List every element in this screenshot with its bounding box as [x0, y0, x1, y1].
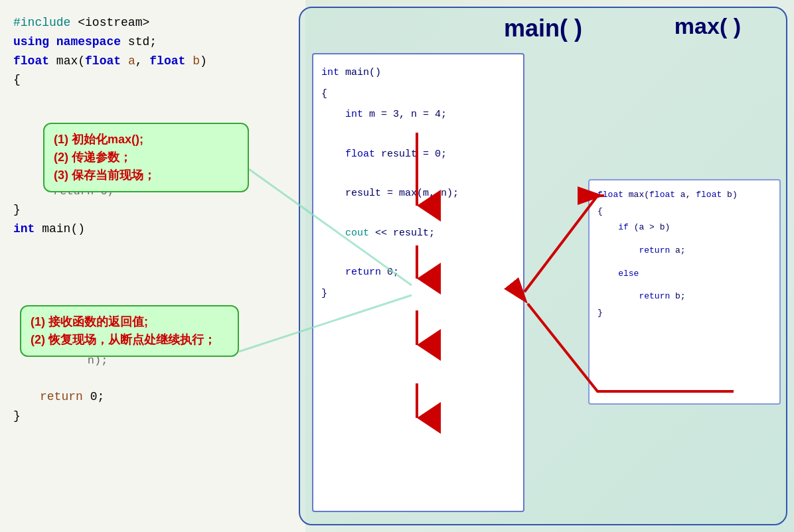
- max-code-line-3: if (a > b): [597, 220, 771, 236]
- tooltip2-line1: (1) 接收函数的返回值;: [31, 313, 228, 331]
- max-code-line-1: float max(float a, float b): [597, 187, 771, 204]
- code-line-dot: [13, 369, 292, 387]
- tooltip1-line3: (3) 保存当前现场；: [54, 166, 238, 184]
- code-line-4: {: [13, 70, 292, 90]
- code-line-1: #include <iostream>: [13, 13, 292, 33]
- max-code-box: float max(float a, float b) { if (a > b)…: [588, 179, 781, 405]
- code-line-3: float max(float a, float b): [13, 52, 292, 71]
- max-code-line-4: return a;: [597, 243, 771, 259]
- main-code-line-8: }: [321, 283, 515, 304]
- max-code-line-5: else: [597, 266, 771, 283]
- tooltip1-line1: (1) 初始化max();: [54, 131, 238, 149]
- main-code-line-3: int m = 3, n = 4;: [321, 104, 515, 125]
- main-code-line-4: float result = 0;: [321, 144, 515, 165]
- max-title: max( ): [675, 13, 741, 39]
- tooltip1-line2: (2) 传递参数；: [54, 149, 238, 166]
- code-line-5: }: [13, 200, 292, 220]
- max-code-line-7: }: [597, 305, 771, 322]
- main-code-line-5: result = max(m, n);: [321, 183, 515, 204]
- left-code-panel: #include <iostream> using namespace std;…: [0, 0, 305, 532]
- main-code-line-1: int main(): [321, 62, 515, 84]
- max-code-line-6: return b;: [597, 289, 771, 305]
- max-code-line-2: {: [597, 204, 771, 220]
- code-line-6: int main(): [13, 220, 292, 239]
- main-code-line-2: {: [321, 84, 515, 105]
- tooltip2-line2: (2) 恢复现场，从断点处继续执行；: [31, 331, 228, 349]
- code-line-return-main: return 0;: [13, 387, 292, 407]
- main-code-content: int main() { int m = 3, n = 4; float res…: [321, 62, 515, 304]
- code-line-close: }: [13, 407, 292, 426]
- main-code-box: int main() { int m = 3, n = 4; float res…: [312, 53, 524, 512]
- code-line-2: using namespace std;: [13, 33, 292, 52]
- tooltip-init: (1) 初始化max(); (2) 传递参数； (3) 保存当前现场；: [43, 123, 249, 192]
- main-container: #include <iostream> using namespace std;…: [0, 0, 794, 532]
- tooltip-return: (1) 接收函数的返回值; (2) 恢复现场，从断点处继续执行；: [20, 305, 239, 357]
- main-code-line-7: return 0;: [321, 262, 515, 283]
- main-code-line-6: cout << result;: [321, 223, 515, 244]
